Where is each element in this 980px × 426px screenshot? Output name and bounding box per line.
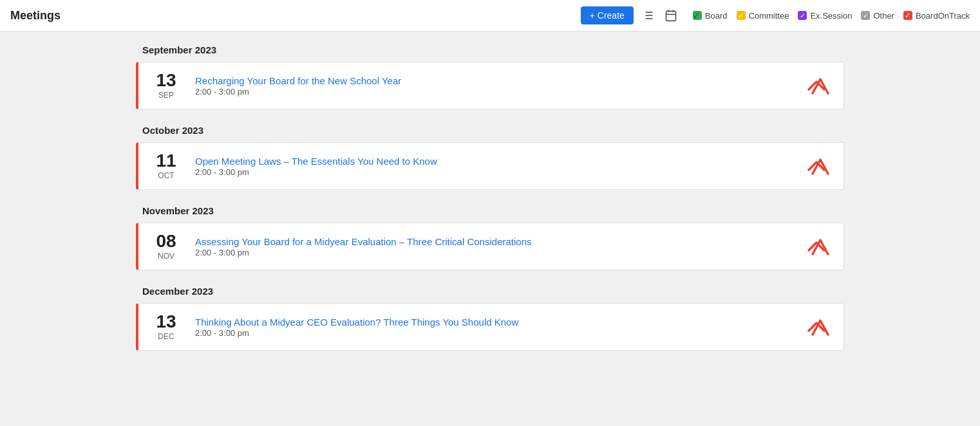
filter-bar: ✓ Board ✓ Committee ✓ Ex.Session ✓ Other…: [693, 11, 970, 21]
boardontrack-logo: [807, 235, 833, 258]
boardontrack-logo-svg: [807, 235, 833, 258]
event-month: DEC: [149, 332, 184, 341]
event-day: 08: [149, 232, 184, 250]
event-time: 2:00 - 3:00 pm: [195, 248, 807, 257]
calendar-view-button[interactable]: [662, 6, 680, 24]
event-month: SEP: [149, 91, 184, 100]
checkbox-exsession: ✓: [798, 11, 807, 20]
filter-committee[interactable]: ✓ Committee: [737, 11, 789, 21]
filter-other[interactable]: ✓ Other: [861, 11, 894, 21]
boardontrack-logo-svg: [807, 154, 833, 178]
event-title[interactable]: Assessing Your Board for a Midyear Evalu…: [195, 236, 532, 247]
event-card-0-0[interactable]: 13 SEP Recharging Your Board for the New…: [136, 62, 844, 109]
event-day: 13: [149, 313, 184, 331]
calendar-icon: [664, 9, 677, 22]
event-title[interactable]: Thinking About a Midyear CEO Evaluation?…: [195, 317, 518, 328]
checkbox-board: ✓: [693, 11, 702, 20]
month-section-0: September 2023 13 SEP Recharging Your Bo…: [136, 44, 844, 109]
filter-board-label: Board: [705, 11, 728, 21]
boardontrack-logo-svg: [807, 74, 833, 97]
event-day: 13: [149, 71, 184, 89]
filter-board[interactable]: ✓ Board: [693, 11, 728, 21]
event-month: OCT: [149, 171, 184, 180]
checkbox-boardontrack: ✓: [903, 11, 912, 20]
event-time: 2:00 - 3:00 pm: [195, 167, 807, 177]
filter-exsession-label: Ex.Session: [810, 11, 852, 21]
event-month: NOV: [149, 252, 184, 261]
month-header-0: September 2023: [136, 44, 844, 55]
month-header-3: December 2023: [136, 286, 844, 297]
month-header-2: November 2023: [136, 205, 844, 216]
event-card-2-0[interactable]: 08 NOV Assessing Your Board for a Midyea…: [136, 223, 844, 270]
event-title[interactable]: Recharging Your Board for the New School…: [195, 75, 401, 86]
toolbar-left: Meetings: [10, 9, 61, 23]
checkbox-other: ✓: [861, 11, 870, 20]
month-section-3: December 2023 13 DEC Thinking About a Mi…: [136, 286, 844, 351]
month-section-1: October 2023 11 OCT Open Meeting Laws – …: [136, 125, 844, 190]
boardontrack-logo-svg: [807, 315, 833, 338]
event-date: 08 NOV: [149, 232, 184, 261]
event-details: Assessing Your Board for a Midyear Evalu…: [195, 236, 807, 257]
checkbox-committee: ✓: [737, 11, 746, 20]
month-header-1: October 2023: [136, 125, 844, 136]
event-details: Recharging Your Board for the New School…: [195, 75, 807, 97]
top-bar: Meetings + Create: [0, 0, 980, 32]
filter-other-label: Other: [873, 11, 894, 21]
event-time: 2:00 - 3:00 pm: [195, 87, 807, 97]
boardontrack-logo: [807, 74, 833, 97]
list-view-button[interactable]: [639, 6, 657, 24]
event-day: 11: [149, 152, 184, 170]
filter-committee-label: Committee: [749, 11, 789, 21]
event-title[interactable]: Open Meeting Laws – The Essentials You N…: [195, 156, 437, 167]
svg-rect-6: [666, 11, 675, 21]
event-card-1-0[interactable]: 11 OCT Open Meeting Laws – The Essential…: [136, 142, 844, 190]
main-content: September 2023 13 SEP Recharging Your Bo…: [136, 32, 844, 379]
event-date: 13 DEC: [149, 313, 184, 341]
list-icon: [641, 9, 654, 22]
filter-boardontrack[interactable]: ✓ BoardOnTrack: [903, 11, 970, 21]
boardontrack-logo: [807, 315, 833, 338]
event-date: 13 SEP: [149, 71, 184, 100]
event-details: Thinking About a Midyear CEO Evaluation?…: [195, 317, 807, 338]
filter-boardontrack-label: BoardOnTrack: [916, 11, 970, 21]
event-card-3-0[interactable]: 13 DEC Thinking About a Midyear CEO Eval…: [136, 303, 844, 351]
create-button[interactable]: + Create: [581, 6, 634, 24]
page-title: Meetings: [10, 9, 61, 23]
boardontrack-logo: [807, 154, 833, 178]
filter-exsession[interactable]: ✓ Ex.Session: [798, 11, 852, 21]
event-details: Open Meeting Laws – The Essentials You N…: [195, 156, 807, 177]
event-date: 11 OCT: [149, 152, 184, 180]
view-controls: + Create: [581, 6, 680, 24]
event-time: 2:00 - 3:00 pm: [195, 328, 807, 338]
month-section-2: November 2023 08 NOV Assessing Your Boar…: [136, 205, 844, 270]
